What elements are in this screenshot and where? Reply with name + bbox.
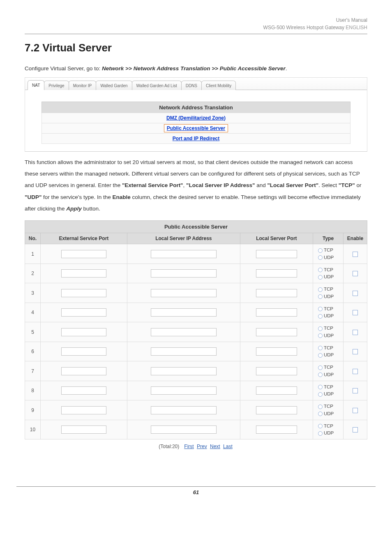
- local-server-ip-input[interactable]: [151, 250, 217, 258]
- external-service-port-input[interactable]: [61, 426, 106, 434]
- local-server-ip-input[interactable]: [151, 308, 217, 317]
- radio-tcp[interactable]: [318, 365, 323, 370]
- local-server-ip-input[interactable]: [151, 367, 217, 375]
- enable-checkbox[interactable]: [353, 369, 358, 374]
- radio-tcp-label: TCP: [324, 287, 333, 291]
- enable-checkbox[interactable]: [353, 252, 358, 257]
- table-row: 8TCPUDP: [25, 381, 367, 400]
- radio-udp[interactable]: [318, 333, 323, 338]
- radio-udp-label: UDP: [324, 352, 334, 357]
- radio-udp[interactable]: [318, 275, 323, 280]
- local-server-ip-input[interactable]: [151, 289, 217, 297]
- tab-strip: NAT Privilege Monitor IP Walled Garden W…: [25, 78, 367, 90]
- local-server-ip-input[interactable]: [151, 347, 217, 356]
- external-service-port-input[interactable]: [61, 328, 106, 336]
- enable-checkbox[interactable]: [353, 291, 358, 296]
- intro-path: Network >> Network Address Translation >…: [102, 65, 286, 72]
- local-server-ip-input[interactable]: [151, 426, 217, 434]
- local-server-port-input[interactable]: [256, 386, 297, 395]
- enable-checkbox[interactable]: [353, 349, 358, 354]
- pager-next[interactable]: Next: [210, 444, 220, 449]
- pas-col-ext-port: External Service Port: [41, 233, 127, 244]
- row-number: 7: [25, 361, 41, 381]
- tab-nat[interactable]: NAT: [28, 80, 44, 90]
- local-server-port-input[interactable]: [256, 289, 297, 297]
- radio-udp-label: UDP: [324, 430, 334, 435]
- radio-tcp[interactable]: [318, 346, 323, 350]
- table-row: 2TCPUDP: [25, 264, 367, 283]
- external-service-port-input[interactable]: [61, 269, 106, 278]
- enable-checkbox[interactable]: [353, 408, 358, 413]
- radio-tcp[interactable]: [318, 268, 323, 272]
- external-service-port-input[interactable]: [61, 308, 106, 317]
- radio-udp-label: UDP: [324, 294, 334, 299]
- radio-tcp-label: TCP: [324, 365, 333, 370]
- cell-type: TCPUDP: [313, 342, 344, 361]
- table-row: 6TCPUDP: [25, 342, 367, 361]
- radio-tcp[interactable]: [318, 326, 323, 331]
- radio-udp[interactable]: [318, 255, 323, 260]
- local-server-ip-input[interactable]: [151, 386, 217, 395]
- local-server-port-input[interactable]: [256, 347, 297, 356]
- radio-tcp-label: TCP: [324, 247, 333, 252]
- tab-ddns[interactable]: DDNS: [181, 81, 202, 90]
- cell-ext-port: [41, 264, 127, 283]
- page-header-meta: User's Manual WSG-500 Wireless Hotspot G…: [25, 16, 367, 34]
- radio-tcp[interactable]: [318, 248, 323, 253]
- cell-local-port: [240, 342, 313, 361]
- radio-udp[interactable]: [318, 392, 323, 397]
- radio-tcp[interactable]: [318, 424, 323, 428]
- enable-checkbox[interactable]: [353, 310, 358, 315]
- radio-udp[interactable]: [318, 431, 323, 436]
- enable-checkbox[interactable]: [353, 330, 358, 335]
- local-server-ip-input[interactable]: [151, 406, 217, 414]
- pager-last[interactable]: Last: [223, 444, 233, 449]
- radio-tcp[interactable]: [318, 307, 323, 311]
- cell-enable: [344, 283, 367, 303]
- local-server-port-input[interactable]: [256, 269, 297, 278]
- enable-checkbox[interactable]: [353, 388, 358, 393]
- external-service-port-input[interactable]: [61, 386, 106, 395]
- external-service-port-input[interactable]: [61, 289, 106, 297]
- radio-udp[interactable]: [318, 372, 323, 377]
- pager-prev[interactable]: Prev: [197, 444, 207, 449]
- local-server-ip-input[interactable]: [151, 328, 217, 336]
- local-server-ip-input[interactable]: [151, 269, 217, 278]
- radio-tcp[interactable]: [318, 287, 323, 292]
- tab-walled-garden[interactable]: Walled Garden: [96, 81, 132, 90]
- pager-first[interactable]: First: [184, 444, 194, 449]
- tab-privilege[interactable]: Privilege: [44, 81, 69, 90]
- nat-link-port-redirect-anchor[interactable]: Port and IP Redirect: [173, 136, 219, 141]
- tab-client-mobility[interactable]: Client Mobility: [201, 81, 236, 90]
- local-server-port-input[interactable]: [256, 406, 297, 414]
- local-server-port-input[interactable]: [256, 250, 297, 258]
- pas-col-enable: Enable: [344, 233, 367, 244]
- radio-udp[interactable]: [318, 314, 323, 319]
- tab-monitor-ip[interactable]: Monitor IP: [69, 81, 97, 90]
- cell-local-ip: [127, 303, 240, 322]
- enable-checkbox[interactable]: [353, 427, 358, 432]
- radio-udp[interactable]: [318, 353, 323, 358]
- radio-tcp[interactable]: [318, 405, 323, 409]
- radio-udp[interactable]: [318, 412, 323, 416]
- external-service-port-input[interactable]: [61, 406, 106, 414]
- lang-suffix: ENGLISH: [346, 25, 367, 30]
- radio-tcp[interactable]: [318, 385, 323, 389]
- tab-walled-garden-ad-list[interactable]: Walled Garden Ad List: [132, 81, 182, 90]
- local-server-port-input[interactable]: [256, 367, 297, 375]
- external-service-port-input[interactable]: [61, 367, 106, 375]
- cell-local-ip: [127, 322, 240, 342]
- local-server-port-input[interactable]: [256, 308, 297, 317]
- enable-checkbox[interactable]: [353, 271, 358, 276]
- nat-link-public-accessible-anchor[interactable]: Public Accessible Server: [164, 124, 228, 132]
- local-server-port-input[interactable]: [256, 426, 297, 434]
- external-service-port-input[interactable]: [61, 250, 106, 258]
- local-server-port-input[interactable]: [256, 328, 297, 336]
- radio-udp[interactable]: [318, 294, 323, 299]
- nat-link-dmz-anchor[interactable]: DMZ (Demilitarized Zone): [166, 115, 226, 121]
- external-service-port-input[interactable]: [61, 347, 106, 356]
- cell-enable: [344, 322, 367, 342]
- row-number: 6: [25, 342, 41, 361]
- cell-enable: [344, 342, 367, 361]
- nat-panel-title: Network Address Translation: [42, 102, 350, 113]
